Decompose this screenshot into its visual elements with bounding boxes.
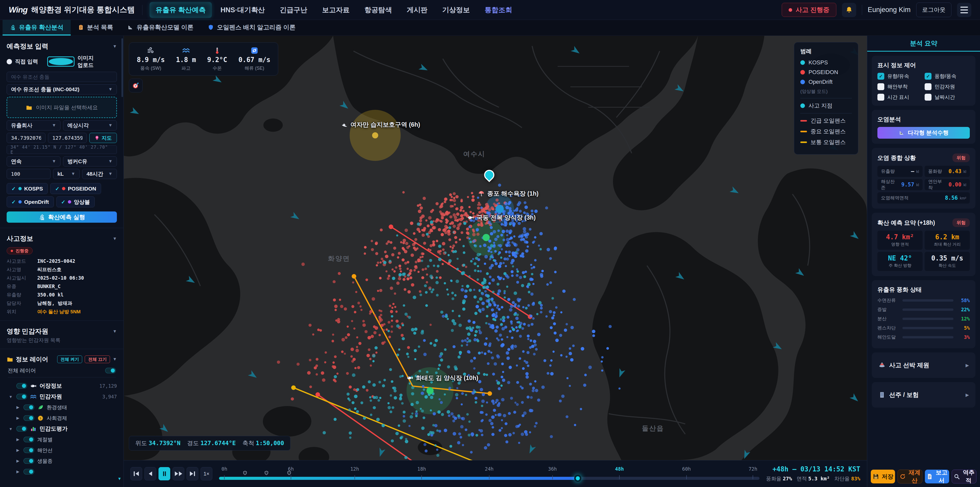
owner-insurance-card[interactable]: 선주 / 보험 ▶ bbox=[872, 382, 975, 407]
predict-input-section: 예측정보 입력 ▼ 직접 입력 이미지 업로드 여수 유조선 충돌 (INC-0… bbox=[0, 36, 124, 228]
nav-item-긴급구난[interactable]: 긴급구난 bbox=[274, 2, 313, 18]
oilfence-deploy-marker[interactable] bbox=[264, 471, 269, 476]
skip-to-end-button[interactable] bbox=[186, 467, 198, 481]
logo-wing-icon: Wing bbox=[9, 5, 27, 14]
image-upload-dropzone[interactable]: 이미지 파일을 선택하세요 bbox=[6, 97, 117, 118]
duration-select[interactable]: 48시간▼ bbox=[82, 169, 117, 179]
oilfence-deploy-marker[interactable] bbox=[243, 471, 247, 476]
nav-item-HNS·대기확산[interactable]: HNS·대기확산 bbox=[215, 2, 271, 18]
timeline-tick bbox=[224, 475, 224, 479]
spill-type-select[interactable]: 연속▼ bbox=[6, 156, 60, 166]
expected-time-select[interactable]: 예상시각▼ bbox=[63, 120, 117, 131]
skip-to-start-button[interactable] bbox=[130, 467, 142, 481]
latitude-input[interactable] bbox=[6, 133, 45, 143]
playback-speed-button[interactable]: 1× bbox=[200, 467, 212, 481]
tree-expander-icon[interactable]: ▶ bbox=[15, 448, 21, 452]
all-layers-on-button[interactable]: 전체 켜기 bbox=[57, 356, 83, 363]
notification-button[interactable] bbox=[842, 3, 856, 17]
collapse-chevron-icon[interactable]: ▼ bbox=[113, 236, 117, 241]
nav-item-통합조회[interactable]: 통합조회 bbox=[479, 2, 518, 18]
model-toggle-OpenDrift[interactable]: ✓OpenDrift bbox=[6, 196, 54, 208]
incident-select[interactable]: 여수 유조선 충돌 (INC-0042) ▼ bbox=[6, 84, 117, 94]
all-layers-off-button[interactable]: 전체 끄기 bbox=[85, 356, 110, 363]
check-풍향/풍속[interactable]: ✓풍향/풍속 bbox=[924, 73, 970, 80]
layer-toggle[interactable] bbox=[16, 394, 27, 399]
check-시간 표시[interactable]: 시간 표시 bbox=[877, 94, 923, 101]
model-toggle-앙상블[interactable]: ✓앙상블 bbox=[56, 196, 95, 208]
microscope-icon bbox=[40, 215, 44, 220]
collapse-chevron-icon[interactable]: ▼ bbox=[113, 44, 117, 49]
layer-toggle[interactable] bbox=[16, 383, 27, 389]
unit-select[interactable]: kL▼ bbox=[53, 169, 80, 179]
step-back-button[interactable] bbox=[145, 467, 156, 481]
menu-button[interactable] bbox=[957, 3, 971, 17]
nav-item-유출유 확산예측[interactable]: 유출유 확산예측 bbox=[150, 2, 212, 18]
action-button-재계산[interactable]: 재계산 bbox=[897, 469, 922, 484]
layer-toggle[interactable] bbox=[24, 447, 34, 453]
check-날짜시간[interactable]: 날짜시간 bbox=[924, 94, 970, 101]
incident-in-progress-badge[interactable]: 사고 진행중 bbox=[782, 3, 836, 17]
layer-toggle[interactable] bbox=[16, 426, 27, 431]
site-label[interactable]: 종포 해수욕장 (1h) bbox=[478, 190, 538, 198]
tree-expander-icon[interactable]: ▼ bbox=[8, 394, 13, 399]
radio-direct-input[interactable]: 직접 입력 bbox=[6, 58, 38, 65]
check-해안부착[interactable]: 해안부착 bbox=[877, 83, 923, 90]
oilfence-deploy-marker[interactable] bbox=[287, 471, 291, 476]
tab-유출유 확산분석[interactable]: 유출유 확산분석 bbox=[3, 20, 71, 35]
fast-forward-button[interactable] bbox=[172, 467, 184, 481]
site-label[interactable]: 여자만 습지보호구역 (6h) bbox=[341, 121, 420, 129]
nav-item-항공탐색[interactable]: 항공탐색 bbox=[358, 2, 398, 18]
forecast-title: 확산 예측 요약 (+18h) bbox=[877, 219, 935, 227]
company-select[interactable]: 유출회사▼ bbox=[6, 120, 60, 131]
layer-toggle[interactable] bbox=[24, 458, 34, 464]
site-label[interactable]: 국동 전복 양식장 (3h) bbox=[467, 214, 536, 222]
slider-thumb[interactable] bbox=[574, 475, 581, 482]
model-toggle-KOSPS[interactable]: ✓KOSPS bbox=[6, 183, 48, 194]
nav-item-게시판[interactable]: 게시판 bbox=[401, 2, 434, 18]
layer-toggle[interactable] bbox=[24, 404, 34, 410]
check-유향/유속[interactable]: ✓유향/유속 bbox=[877, 73, 923, 80]
tree-expander-icon[interactable]: ▼ bbox=[8, 427, 13, 431]
layer-toggle[interactable] bbox=[24, 469, 34, 474]
polygon-analysis-button[interactable]: 다각형 분석수행 bbox=[877, 127, 970, 139]
action-button-역추적[interactable]: 역추적 bbox=[952, 469, 977, 484]
site-label[interactable]: 화태도 김 양식장 (10h) bbox=[407, 374, 478, 382]
nav-item-보고자료[interactable]: 보고자료 bbox=[316, 2, 356, 18]
action-button-저장[interactable]: 저장 bbox=[871, 469, 895, 484]
logout-button[interactable]: 로그아웃 bbox=[916, 3, 951, 17]
layer-toggle[interactable] bbox=[24, 437, 34, 442]
amount-input[interactable] bbox=[6, 169, 51, 179]
tab-분석 목록[interactable]: 분석 목록 bbox=[71, 20, 121, 35]
legend-title: 범례 bbox=[800, 48, 852, 55]
run-prediction-button[interactable]: 확산예측 실행 bbox=[6, 211, 117, 223]
check-민감자원[interactable]: 민감자원 bbox=[924, 83, 970, 90]
model-toggle-POSEIDON[interactable]: ✓POSEIDON bbox=[50, 183, 101, 194]
radio-image-upload[interactable]: 이미지 업로드 bbox=[47, 54, 94, 69]
nav-item-기상정보[interactable]: 기상정보 bbox=[436, 2, 476, 18]
collapse-chevron-icon[interactable]: ▼ bbox=[113, 329, 117, 334]
legend-fence-보통 오일펜스: 보통 오일펜스 bbox=[800, 139, 852, 146]
pause-button[interactable] bbox=[159, 467, 170, 481]
ship-spec-card[interactable]: 사고 선박 제원 ▶ bbox=[872, 353, 975, 378]
tree-expander-icon[interactable]: ▶ bbox=[15, 469, 21, 474]
all-layers-toggle[interactable] bbox=[105, 368, 116, 374]
collapse-chevron-icon[interactable]: ▼ bbox=[113, 357, 117, 362]
longitude-input[interactable] bbox=[48, 133, 87, 143]
tree-expander-icon[interactable]: ▶ bbox=[15, 416, 21, 420]
pick-on-map-button[interactable]: 지도 bbox=[89, 133, 117, 143]
risk-badge: 위험 bbox=[953, 218, 970, 227]
map-canvas[interactable]: 여수시화양면돌산읍 여자만 습지보호구역 (6h)종포 해수욕장 (1h)국동 … bbox=[124, 36, 867, 460]
forecast-summary-card: 확산 예측 요약 (+18h) 위험 4.7 km²영향 면적6.2 km최대 … bbox=[872, 213, 975, 276]
sidebar-scrollbar[interactable] bbox=[121, 38, 123, 97]
oil-type-select[interactable]: 벙커C유▼ bbox=[63, 156, 117, 166]
layer-toggle[interactable] bbox=[24, 415, 34, 421]
focus-incident-button[interactable] bbox=[129, 79, 143, 93]
action-button-보고서[interactable]: 보고서 bbox=[925, 469, 949, 484]
tree-expander-icon[interactable]: ▶ bbox=[15, 405, 21, 410]
tab-오일펜스 배치 알고리즘 이론[interactable]: 오일펜스 배치 알고리즘 이론 bbox=[200, 20, 303, 35]
incident-search-input[interactable] bbox=[6, 72, 117, 82]
tab-유출유확산모델 이론[interactable]: 유출유확산모델 이론 bbox=[120, 20, 200, 35]
time-slider[interactable]: 0h6h12h18h24h36h48h60h72h bbox=[219, 460, 759, 487]
tree-expander-icon[interactable]: ▶ bbox=[15, 459, 21, 463]
tree-expander-icon[interactable]: ▶ bbox=[15, 437, 21, 442]
